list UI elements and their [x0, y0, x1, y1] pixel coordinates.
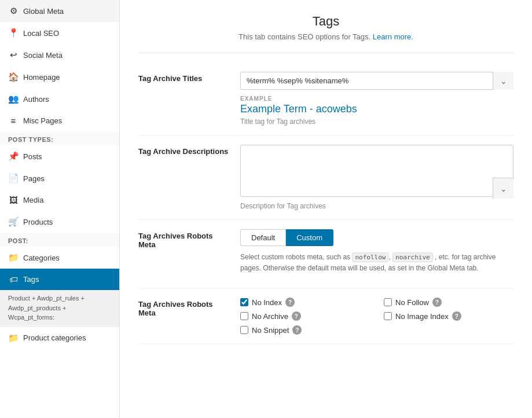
- no-snippet-item: No Snippet ?: [240, 325, 370, 335]
- page-title: Tags: [138, 14, 513, 29]
- page-subtitle: This tab contains SEO options for Tags. …: [138, 32, 513, 41]
- no-index-item: No Index ?: [240, 298, 370, 307]
- sidebar-item-products[interactable]: 🛒 Products: [0, 211, 119, 233]
- tag-archive-descriptions-textarea[interactable]: [240, 145, 513, 197]
- tag-archive-titles-label: Tag Archive Titles: [138, 72, 231, 83]
- sidebar-item-social-meta[interactable]: ↩ Social Meta: [0, 44, 119, 66]
- no-follow-help-icon[interactable]: ?: [432, 298, 442, 307]
- sidebar-item-authors[interactable]: 👥 Authors: [0, 88, 119, 110]
- no-index-help-icon[interactable]: ?: [285, 298, 295, 307]
- no-archive-label: No Archive: [252, 312, 288, 321]
- tag-archive-descriptions-control: ⌄ Description for Tag archives: [240, 145, 513, 210]
- tag-archives-robots-meta-toggle-label: Tag Archives Robots Meta: [138, 229, 231, 249]
- sidebar-item-misc-pages[interactable]: ≡ Misc Pages: [0, 110, 119, 131]
- default-toggle-button[interactable]: Default: [240, 229, 286, 246]
- sidebar-item-local-seo[interactable]: 📍 Local SEO: [0, 22, 119, 44]
- no-index-label: No Index: [252, 298, 282, 307]
- example-description: Title tag for Tag archives: [240, 118, 513, 126]
- tags-icon: 🏷: [8, 274, 19, 284]
- post-section-label: Post:: [0, 233, 119, 247]
- no-image-index-item: No Image Index ?: [384, 311, 513, 321]
- no-archive-item: No Archive ?: [240, 311, 370, 321]
- tag-archives-robots-meta-toggle-control: Default Custom Select custom robots meta…: [240, 229, 513, 278]
- no-snippet-label: No Snippet: [252, 326, 289, 335]
- tag-archive-descriptions-row: Tag Archive Descriptions ⌄ Description f…: [138, 135, 513, 220]
- top-divider: [138, 53, 513, 53]
- no-index-checkbox[interactable]: [240, 298, 248, 306]
- sidebar-item-posts[interactable]: 📌 Posts: [0, 145, 119, 167]
- tag-archives-robots-meta-toggle-row: Tag Archives Robots Meta Default Custom …: [138, 220, 513, 288]
- robots-meta-help-text: Select custom robots meta, such as nofol…: [240, 252, 513, 274]
- sidebar-sub-text: Product + Awdp_pt_rules + Awdp_pt_produc…: [0, 290, 119, 327]
- no-snippet-help-icon[interactable]: ?: [292, 325, 302, 335]
- example-value: Example Term - acowebs: [240, 103, 513, 115]
- example-label: EXAMPLE: [240, 96, 513, 102]
- tag-archive-titles-control: %term% %sep% %sitename% ⌄ EXAMPLE Exampl…: [240, 72, 513, 126]
- tag-archive-titles-select[interactable]: %term% %sep% %sitename%: [240, 72, 513, 90]
- tag-archive-titles-row: Tag Archive Titles %term% %sep% %sitenam…: [138, 63, 513, 135]
- custom-toggle-button[interactable]: Custom: [286, 229, 333, 246]
- tag-archives-robots-meta-checkboxes-row: Tag Archives Robots Meta No Index ? No F…: [138, 288, 513, 344]
- nofollow-code: nofollow: [352, 252, 388, 262]
- sidebar-item-tags[interactable]: 🏷 Tags: [0, 269, 119, 290]
- main-content: Tags This tab contains SEO options for T…: [120, 0, 532, 418]
- tag-archive-titles-select-wrapper: %term% %sep% %sitename% ⌄: [240, 72, 513, 90]
- homepage-icon: 🏠: [8, 72, 19, 82]
- descriptions-help: Description for Tag archives: [240, 202, 513, 210]
- products-icon: 🛒: [8, 217, 19, 227]
- no-archive-checkbox[interactable]: [240, 312, 248, 320]
- pages-icon: 📄: [8, 173, 19, 184]
- robots-meta-toggle-group: Default Custom: [240, 229, 513, 246]
- checkboxes-grid: No Index ? No Follow ? No Archive ?: [240, 298, 513, 335]
- sidebar-item-media[interactable]: 🖼 Media: [0, 189, 119, 211]
- no-archive-help-icon[interactable]: ?: [292, 311, 301, 321]
- tag-archives-robots-meta-checkboxes-control: No Index ? No Follow ? No Archive ?: [240, 298, 513, 335]
- post-types-section-label: Post Types:: [0, 131, 119, 145]
- product-categories-icon: 📁: [8, 333, 19, 343]
- no-image-index-label: No Image Index: [395, 312, 449, 321]
- tag-archives-robots-meta-checkboxes-label: Tag Archives Robots Meta: [138, 298, 231, 317]
- no-follow-label: No Follow: [395, 298, 429, 307]
- categories-icon: 📁: [8, 252, 19, 263]
- social-meta-icon: ↩: [8, 50, 19, 60]
- noarchive-code: noarchive: [392, 252, 433, 262]
- tag-archive-descriptions-textarea-wrapper: ⌄: [240, 145, 513, 199]
- no-image-index-help-icon[interactable]: ?: [452, 311, 461, 321]
- media-icon: 🖼: [8, 195, 19, 205]
- no-snippet-checkbox[interactable]: [240, 326, 248, 334]
- global-meta-icon: ⚙: [8, 6, 19, 16]
- authors-icon: 👥: [8, 94, 19, 104]
- sidebar-item-categories[interactable]: 📁 Categories: [0, 247, 119, 269]
- no-image-index-checkbox[interactable]: [384, 312, 392, 320]
- local-seo-icon: 📍: [8, 28, 19, 38]
- posts-icon: 📌: [8, 151, 19, 162]
- no-follow-item: No Follow ?: [384, 298, 513, 307]
- tag-archive-descriptions-label: Tag Archive Descriptions: [138, 145, 231, 156]
- learn-more-link[interactable]: Learn more.: [373, 32, 413, 41]
- misc-pages-icon: ≡: [8, 116, 19, 126]
- no-follow-checkbox[interactable]: [384, 298, 392, 306]
- sidebar-item-pages[interactable]: 📄 Pages: [0, 167, 119, 189]
- sidebar-item-global-meta[interactable]: ⚙ Global Meta: [0, 0, 119, 22]
- sidebar-item-homepage[interactable]: 🏠 Homepage: [0, 66, 119, 88]
- sidebar: ⚙ Global Meta 📍 Local SEO ↩ Social Meta …: [0, 0, 120, 418]
- sidebar-item-product-categories[interactable]: 📁 Product categories: [0, 327, 119, 349]
